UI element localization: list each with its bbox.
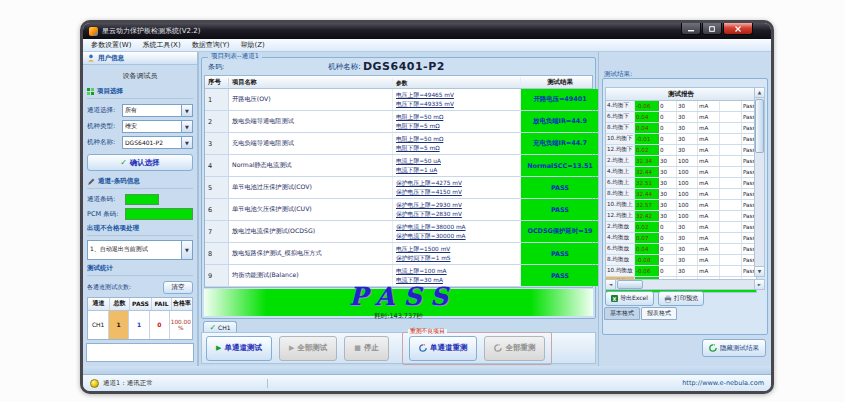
report-row-unit: mA [698,178,720,188]
report-row[interactable]: 8.均衡下 0.04 0 30 mA Pass [606,123,756,134]
report-row[interactable]: 6.均衡下 0.04 0 30 mA Pass [606,112,756,123]
export-excel-button[interactable]: X 导出Excel [605,291,654,306]
title-bar[interactable]: 星云动力保护板检测系统(V2.2) [83,23,771,39]
chevron-down-icon[interactable]: ▼ [181,137,192,148]
fail-handling-select[interactable]: 1、自动退出当前测试 ▼ [87,240,193,260]
menu-item[interactable]: 系统工具(X) [142,40,180,50]
menu-item[interactable]: 数据查询(Y) [192,40,230,50]
report-row[interactable]: 2.均衡放 0.02 0 30 mA Pass [606,222,756,233]
report-row[interactable]: 10.均衡下 -0.01 0 30 mA Pass [606,134,756,145]
status-separator [267,379,268,388]
table-row[interactable]: 6 单节电池欠压保护测试(CUV) 保护电压上限=2930 mV 保护电压下限=… [205,199,592,221]
row-number: 7 [205,221,229,242]
model-name-value: DGS6401-P2 [123,137,181,148]
maximize-button[interactable] [702,23,722,35]
report-row[interactable]: 4.均衡下 -0.06 0 30 mA Pass [606,101,756,112]
report-row-min: 0 [659,145,677,155]
report-row-unit: mA [698,145,720,155]
report-row-spacer [720,134,742,144]
pcm-barcode-input[interactable] [125,208,193,220]
grid-icon [87,88,94,95]
chevron-down-icon[interactable]: ▼ [181,121,192,132]
minimize-button[interactable] [681,23,701,35]
channel-barcode-input[interactable] [125,194,159,205]
tab-ch1[interactable]: ✓ CH1 [203,321,237,332]
report-row-spacer [720,189,742,199]
scroll-left-icon[interactable]: ◄ [606,280,616,289]
channel-select-label: 通道选择: [87,106,122,115]
chevron-down-icon[interactable]: ▼ [181,105,192,116]
vertical-scrollbar[interactable]: ▲ ▼ [754,87,765,277]
all-retry-button[interactable]: 全部重测 [484,336,545,361]
table-row[interactable]: 1 开路电压(OV) 电压上限=49465 mV 电压下限=49335 mV 开… [205,89,592,111]
status-led-icon [90,379,99,388]
table-row[interactable]: 7 放电过电流保护测试(OCDSG) 保护电流上限=38000 mA 保护电流下… [205,221,592,243]
report-row[interactable]: 4.均衡上 32.44 30 100 mA Pass [606,167,756,178]
param-lower: 电阻下限=5 mΩ [396,144,520,153]
close-button[interactable] [723,23,753,35]
report-row-spacer [720,266,742,276]
table-row[interactable]: 8 放电短路保护测试_模拟电压方式 电压上限=1500 mV 保护时间下限=1 … [205,243,592,265]
report-row-max: 30 [677,255,698,265]
menu-item[interactable]: 帮助(Z) [240,40,264,50]
table-row[interactable]: 3 充电负端导通电阻测试 电阻上限=50 mΩ 电阻下限=5 mΩ 充电负端IR… [205,133,592,155]
report-row[interactable]: 4.均衡放 0.07 0 30 mA Pass [606,233,756,244]
report-row[interactable]: 2.均衡上 32.34 30 100 mA Pass [606,156,756,167]
vertical-scroll-thumb[interactable] [755,99,764,153]
hide-results-button[interactable]: 隐藏测试结果 [702,339,766,357]
horizontal-scrollbar[interactable]: ◄ ► [605,279,765,290]
table-row[interactable]: 2 放电负端导通电阻测试 电阻上限=50 mΩ 电阻下限=5 mΩ 放电负端IR… [205,111,592,133]
clear-button[interactable]: 清空 [163,281,193,294]
report-row[interactable]: 6.均衡上 32.51 30 100 mA Pass [606,178,756,189]
report-row[interactable]: 12.均衡上 32.42 30 100 mA Pass [606,211,756,222]
table-row[interactable]: 4 Normal静态电流测试 电流上限=50 uA 电流下限=1 uA Norm… [205,155,592,177]
model-name-select[interactable]: DGS6401-P2 ▼ [122,136,193,149]
report-row[interactable]: 10.均衡放 -0.06 0 30 mA Pass [606,266,756,277]
single-channel-test-button[interactable]: ▶ 单通道测试 [206,336,272,361]
report-row[interactable]: 8.均衡放 -0.08 0 30 mA Pass [606,255,756,266]
channel-select[interactable]: 所有 ▼ [122,104,193,117]
chevron-down-icon[interactable]: ▼ [181,241,192,259]
report-row-unit: mA [698,189,720,199]
table-row[interactable]: 5 单节电池过压保护测试(COV) 保护电压上限=4275 mV 保护电压下限=… [205,177,592,199]
row-number: 9 [205,265,229,286]
single-channel-retry-button[interactable]: 单通道重测 [409,336,478,361]
scroll-right-icon[interactable]: ► [754,280,764,289]
report-row[interactable]: 10.均衡上 32.57 30 100 mA Pass [606,200,756,211]
stop-button[interactable]: ■ 停止 [344,336,389,361]
sidebar-empty-listbox[interactable] [86,343,194,363]
all-test-button[interactable]: ▶ 全部测试 [279,336,337,361]
model-type-select[interactable]: 维安 ▼ [122,120,193,133]
report-row[interactable]: 12.均衡下 0.02 0 30 mA Pass [606,145,756,156]
item-params: 保护电流上限=38000 mA 保护电流下限=30000 mA [393,221,521,242]
report-row-label: 10.均衡放 [606,266,635,276]
item-name: 放电短路保护测试_模拟电压方式 [229,243,393,264]
print-preview-button[interactable]: 打印预览 [658,291,704,306]
report-row-unit: mA [698,156,720,166]
report-row-max: 100 [677,211,698,221]
report-row[interactable]: 6.均衡放 0.04 0 30 mA Pass [606,244,756,255]
report-row-spacer [720,211,742,221]
param-upper: 电阻上限=50 mΩ [396,135,520,144]
model-type-value: 维安 [123,121,181,132]
scroll-down-icon[interactable]: ▼ [755,266,764,276]
horizontal-scroll-thumb[interactable] [617,280,643,289]
report-table: 测试报告 4.均衡下 -0.06 0 30 mA [605,87,757,293]
report-row-min: 0 [659,123,677,133]
report-row-min: 0 [659,112,677,122]
confirm-selection-button[interactable]: ✓ 确认选择 [87,154,193,171]
main-panel: 项目列表--通道1 条码: 机种名称: DGS6401-P2 序号 项目名称 参… [199,52,598,366]
item-name: 开路电压(OV) [229,89,393,110]
menu-item[interactable]: 参数设置(W) [91,40,131,50]
report-row[interactable]: 8.均衡上 32.44 30 100 mA Pass [606,189,756,200]
scroll-up-icon[interactable]: ▲ [755,88,764,98]
tab-basic-format[interactable]: 基本格式 [604,307,640,320]
tab-report-format[interactable]: 报表格式 [641,307,677,320]
report-row-value: -0.08 [635,255,659,265]
report-row-unit: mA [698,244,720,254]
result-cell: OCDSG保护延时=19 [521,221,600,242]
report-row-label: 8.均衡放 [606,255,635,265]
fail-handling-value: 1、自动退出当前测试 [88,241,181,259]
barcode-label: 条码: [208,62,224,72]
param-lower: 保护电压下限=4150 mV [396,188,520,197]
